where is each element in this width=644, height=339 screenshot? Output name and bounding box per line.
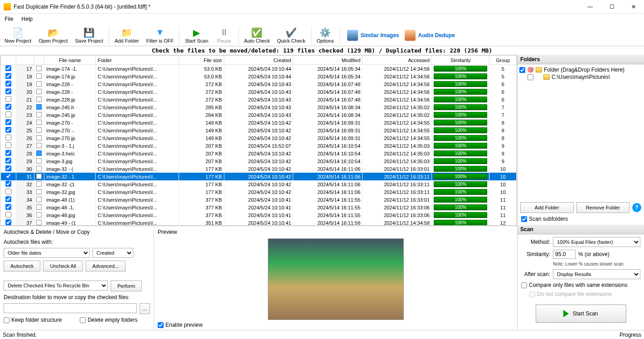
table-row[interactable]: 19image-228 - C:\Users\mayn\Pictures\I..… <box>1 80 517 88</box>
row-checkbox[interactable] <box>5 181 11 187</box>
close-button[interactable]: ✕ <box>627 4 640 10</box>
file-grid[interactable]: File name Folder File size Created Modif… <box>0 55 517 226</box>
row-checkbox[interactable] <box>5 88 11 94</box>
row-checkbox[interactable] <box>5 196 11 202</box>
folder-root[interactable]: 🎯 Folder (Drag&Drop Folders Here) <box>519 66 642 73</box>
table-row[interactable]: 31image-32 - 1.C:\Users\mayn\Pictures\I.… <box>1 173 517 180</box>
action-select[interactable]: Delete Checked Files To Recycle Bin <box>4 281 108 291</box>
table-row[interactable]: 36image-48.jpgC:\Users\mayn\Pictures\I..… <box>1 211 517 219</box>
row-checkbox[interactable] <box>5 96 11 102</box>
remove-folder-button[interactable]: Remove Folder <box>576 202 630 213</box>
modified-date: 2024/5/14 16:11:06 <box>293 173 363 180</box>
modified-date: 2024/5/14 16:05:34 <box>293 73 363 80</box>
row-index: 30 <box>16 165 34 173</box>
new-project-button[interactable]: 📄New Project <box>1 26 35 44</box>
row-checkbox[interactable] <box>5 81 11 87</box>
after-scan-select[interactable]: Display Results <box>553 269 640 279</box>
add-folder-button[interactable]: 📁Add Folder <box>111 26 143 44</box>
accessed-date: 2024/11/12 16:33:11 <box>363 180 432 188</box>
table-row[interactable]: 20image-228 - C:\Users\mayn\Pictures\I..… <box>1 88 517 96</box>
menu-file[interactable]: File <box>5 16 13 22</box>
uncheck-all-button[interactable]: Uncheck All <box>43 261 82 271</box>
folder-checkbox[interactable] <box>528 74 533 80</box>
file-name: image-3.jpg <box>44 157 96 165</box>
enable-preview-checkbox[interactable]: Enable preview <box>158 322 513 328</box>
table-row[interactable]: 21image-228.jpC:\Users\mayn\Pictures\I..… <box>1 96 517 103</box>
row-index: 22 <box>16 103 34 111</box>
row-checkbox[interactable] <box>5 142 11 148</box>
similarity-input[interactable] <box>553 250 576 259</box>
scan-subfolders-checkbox[interactable]: Scan subfolders <box>518 216 644 225</box>
table-row[interactable]: 23image-245.jpC:\Users\mayn\Pictures\I..… <box>1 111 517 119</box>
row-checkbox[interactable] <box>5 173 11 179</box>
accessed-date: 2024/11/12 16:33:01 <box>363 196 432 203</box>
modified-date: 2024/5/14 16:11:06 <box>293 165 363 173</box>
no-compare-ext-checkbox[interactable]: Do not compare file extensions <box>521 291 640 297</box>
add-folder-button-side[interactable]: Add Folder <box>520 202 574 213</box>
row-checkbox[interactable] <box>5 104 11 110</box>
auto-check-button[interactable]: ✅Auto Check <box>241 26 274 44</box>
table-row[interactable]: 25image-270 -.C:\Users\mayn\Pictures\I..… <box>1 126 517 134</box>
table-row[interactable]: 35image-48 -1.C:\Users\mayn\Pictures\I..… <box>1 203 517 211</box>
perform-button[interactable]: Perform <box>111 281 142 291</box>
row-checkbox[interactable] <box>5 119 11 125</box>
row-checkbox[interactable] <box>5 150 11 156</box>
similar-images-link[interactable]: Similar Images <box>347 30 399 41</box>
table-row[interactable]: 24image-270 - C:\Users\mayn\Pictures\I..… <box>1 119 517 126</box>
autocheck-button[interactable]: Autocheck <box>4 261 40 271</box>
table-row[interactable]: 22image-245.hC:\Users\mayn\Pictures\I...… <box>1 103 517 111</box>
autocheck-date-select[interactable]: Created <box>92 248 133 258</box>
browse-button[interactable]: ... <box>140 303 150 314</box>
table-row[interactable]: 26image-270.jpC:\Users\mayn\Pictures\I..… <box>1 134 517 142</box>
row-checkbox[interactable] <box>5 212 11 218</box>
open-project-button[interactable]: 📂Open Project <box>35 26 71 44</box>
row-checkbox[interactable] <box>5 158 11 164</box>
row-checkbox[interactable] <box>5 135 11 140</box>
folder-path: C:\Users\mayn\Pictures\I... <box>96 165 179 173</box>
save-project-button[interactable]: 💾Save Project <box>72 26 107 44</box>
help-icon[interactable]: ? <box>632 203 641 212</box>
row-checkbox[interactable] <box>5 189 11 194</box>
grid-header[interactable]: File name Folder File size Created Modif… <box>1 56 517 65</box>
folders-tree[interactable]: 🎯 Folder (Drag&Drop Folders Here) C:\Use… <box>518 64 644 199</box>
filter-button[interactable]: ▼Filter is OFF <box>143 26 178 44</box>
table-row[interactable]: 27image-3 - 1.jC:\Users\mayn\Pictures\I.… <box>1 142 517 150</box>
folder-item[interactable]: C:\Users\mayn\Pictures\ <box>519 73 642 81</box>
method-select[interactable]: 100% Equal Files (faster) <box>553 237 640 247</box>
autocheck-mode-select[interactable]: Older file dates <box>4 248 90 258</box>
pause-button[interactable]: ⏸Pause <box>212 26 237 44</box>
table-row[interactable]: 28image-3.heicC:\Users\mayn\Pictures\I..… <box>1 150 517 157</box>
quick-check-button[interactable]: ✔️Quick Check <box>273 26 309 44</box>
row-checkbox[interactable] <box>5 219 11 225</box>
image-icon <box>347 30 358 41</box>
row-checkbox[interactable] <box>5 73 11 79</box>
audio-dedupe-link[interactable]: Audio Dedupe <box>405 30 455 41</box>
created-date: 2024/5/24 10:10:41 <box>224 196 293 203</box>
folder-checkbox[interactable] <box>519 67 525 73</box>
table-row[interactable]: 29image-3.jpgC:\Users\mayn\Pictures\I...… <box>1 157 517 165</box>
row-checkbox[interactable] <box>5 165 11 171</box>
table-row[interactable]: 30image-32 - (C:\Users\mayn\Pictures\I..… <box>1 165 517 173</box>
row-checkbox[interactable] <box>5 65 11 71</box>
row-checkbox[interactable] <box>5 111 11 117</box>
options-button[interactable]: ⚙️Options <box>313 26 338 44</box>
delete-empty-checkbox[interactable]: Delete empty folders <box>80 317 137 323</box>
table-row[interactable]: 37image-49 - (1C:\Users\mayn\Pictures\I.… <box>1 219 517 226</box>
table-row[interactable]: 17image-174 -1.C:\Users\mayn\Pictures\I.… <box>1 65 517 73</box>
start-scan-big-button[interactable]: Start Scan <box>536 305 626 323</box>
row-checkbox[interactable] <box>5 127 11 133</box>
start-scan-button[interactable]: ▶Start Scan <box>181 26 212 44</box>
menu-help[interactable]: Help <box>21 16 33 22</box>
compare-ext-checkbox[interactable]: Compare only files with same extensions <box>521 282 640 288</box>
row-index: 31 <box>16 173 34 180</box>
row-checkbox[interactable] <box>5 204 11 210</box>
destination-input[interactable] <box>4 303 137 313</box>
table-row[interactable]: 33image-32.jpgC:\Users\mayn\Pictures\I..… <box>1 188 517 196</box>
table-row[interactable]: 32image-32 -(1C:\Users\mayn\Pictures\I..… <box>1 180 517 188</box>
minimize-button[interactable]: — <box>583 4 597 10</box>
table-row[interactable]: 18image-174.jpC:\Users\mayn\Pictures\I..… <box>1 73 517 80</box>
table-row[interactable]: 34image-48 (1)C:\Users\mayn\Pictures\I..… <box>1 196 517 203</box>
maximize-button[interactable]: ☐ <box>605 4 619 10</box>
advanced-button[interactable]: Advanced... <box>86 261 126 271</box>
keep-structure-checkbox[interactable]: Keep folder structure <box>4 317 62 323</box>
